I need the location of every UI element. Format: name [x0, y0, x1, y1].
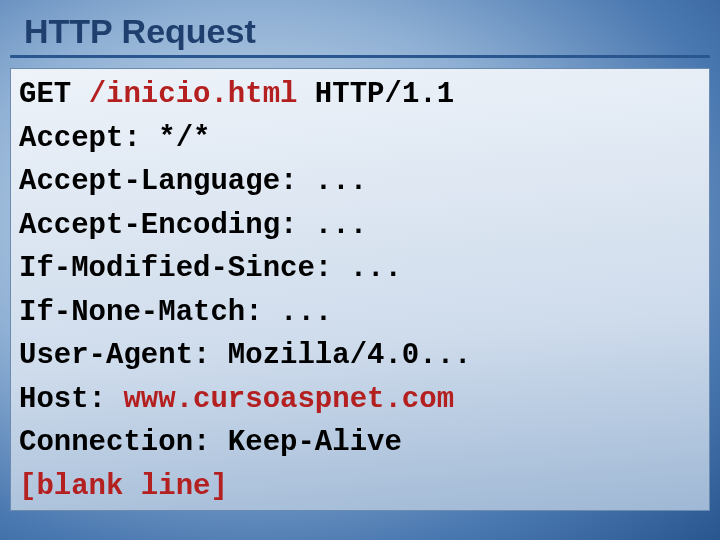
blank-line-marker: [blank line] [19, 465, 701, 509]
slide-title: HTTP Request [24, 12, 710, 51]
header-accept-encoding: Accept-Encoding: ... [19, 204, 701, 248]
http-method: GET [19, 78, 89, 111]
title-underline [10, 55, 710, 58]
http-request-box: GET /inicio.html HTTP/1.1 Accept: */* Ac… [10, 68, 710, 511]
http-version: HTTP/1.1 [297, 78, 454, 111]
header-accept-language: Accept-Language: ... [19, 160, 701, 204]
host-label: Host: [19, 383, 123, 416]
host-value: www.cursoaspnet.com [123, 383, 454, 416]
header-user-agent: User-Agent: Mozilla/4.0... [19, 334, 701, 378]
header-host: Host: www.cursoaspnet.com [19, 378, 701, 422]
header-if-modified-since: If-Modified-Since: ... [19, 247, 701, 291]
request-line: GET /inicio.html HTTP/1.1 [19, 73, 701, 117]
request-path: /inicio.html [89, 78, 298, 111]
header-connection: Connection: Keep-Alive [19, 421, 701, 465]
header-accept: Accept: */* [19, 117, 701, 161]
header-if-none-match: If-None-Match: ... [19, 291, 701, 335]
